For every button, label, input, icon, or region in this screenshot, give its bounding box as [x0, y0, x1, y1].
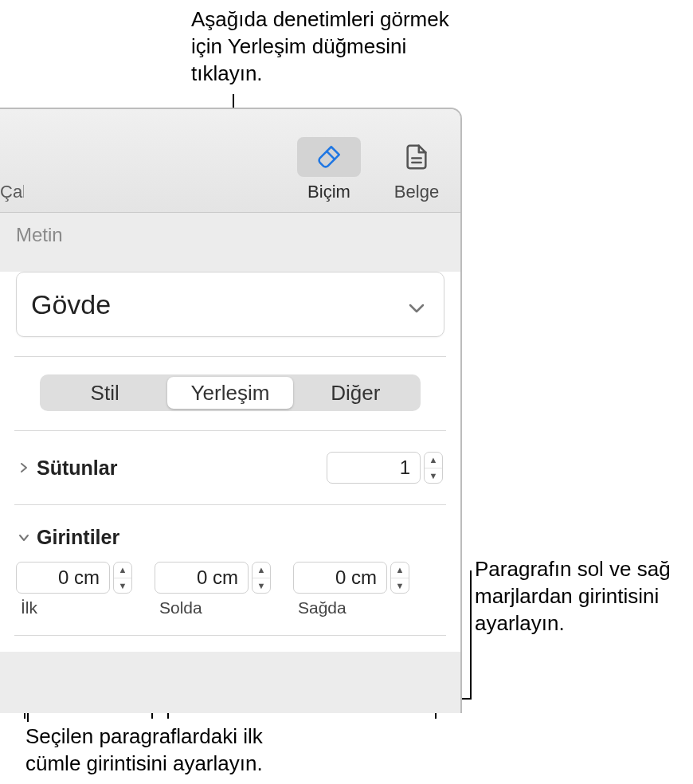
columns-label: Sütunlar [37, 457, 117, 480]
format-toolbar-button[interactable]: Biçim [285, 137, 373, 202]
divider [14, 635, 446, 636]
callout-bottom: Seçilen paragraflardaki ilk cümle girint… [25, 723, 320, 778]
columns-input[interactable] [327, 452, 421, 484]
section-title-text: Metin [0, 213, 460, 257]
callout-top: Aşağıda denetimleri görmek için Yerleşim… [191, 6, 454, 87]
paragraph-style-value: Gövde [31, 289, 111, 320]
indent-left-col: ▲ ▼ Solda [155, 562, 271, 617]
columns-row: Sütunlar ▲ ▼ [16, 447, 444, 488]
indent-fields: ▲ ▼ İlk ▲ ▼ Solda [16, 562, 444, 617]
format-toolbar-label: Biçim [307, 182, 350, 202]
chevron-right-icon[interactable] [18, 461, 30, 474]
stepper-up-icon[interactable]: ▲ [391, 563, 409, 578]
stepper-up-icon[interactable]: ▲ [114, 563, 131, 578]
divider [14, 430, 446, 431]
divider [14, 504, 446, 505]
stepper-down-icon[interactable]: ▼ [391, 578, 409, 594]
stepper-up-icon[interactable]: ▲ [253, 563, 270, 578]
columns-stepper-arrows[interactable]: ▲ ▼ [424, 452, 443, 484]
indent-first-stepper[interactable]: ▲ ▼ [113, 562, 132, 594]
indent-left-stepper[interactable]: ▲ ▼ [252, 562, 271, 594]
inspector-body: Gövde Stil Yerleşim Diğer Sütunlar [0, 272, 460, 652]
stepper-down-icon[interactable]: ▼ [253, 578, 270, 594]
stepper-down-icon[interactable]: ▼ [425, 468, 442, 484]
indent-first-col: ▲ ▼ İlk [16, 562, 132, 617]
indent-right-label: Sağda [293, 598, 409, 617]
stepper-down-icon[interactable]: ▼ [114, 578, 131, 594]
indents-row: Girintiler ▲ ▼ İlk [16, 521, 444, 617]
document-toolbar-label: Belge [394, 182, 439, 202]
divider [14, 356, 446, 357]
paragraph-style-select[interactable]: Gövde [16, 272, 444, 337]
columns-stepper: ▲ ▼ [327, 452, 443, 484]
indent-right-col: ▲ ▼ Sağda [293, 562, 409, 617]
document-page-icon [385, 137, 448, 177]
document-toolbar-button[interactable]: Belge [373, 137, 460, 202]
chevron-down-icon[interactable] [18, 531, 30, 544]
inspector-panel: Çalış Biçim Belge Metin [0, 108, 462, 713]
callout-right-vert [470, 570, 472, 700]
indent-right-stepper[interactable]: ▲ ▼ [390, 562, 409, 594]
chevron-down-icon [409, 289, 425, 320]
tab-style[interactable]: Stil [42, 377, 167, 409]
indent-left-input[interactable] [155, 562, 249, 594]
text-tabs: Stil Yerleşim Diğer [40, 374, 421, 411]
indent-left-label: Solda [155, 598, 271, 617]
tab-layout[interactable]: Yerleşim [167, 377, 292, 409]
stepper-up-icon[interactable]: ▲ [425, 453, 442, 468]
indents-label: Girintiler [37, 526, 119, 549]
indent-right-input[interactable] [293, 562, 387, 594]
indent-first-input[interactable] [16, 562, 110, 594]
callout-right: Paragrafın sol ve sağ marjlardan girinti… [475, 556, 690, 637]
indent-first-label: İlk [16, 598, 132, 617]
toolbar: Çalış Biçim Belge [0, 109, 460, 213]
format-brush-icon [297, 137, 361, 177]
tab-more[interactable]: Diğer [293, 377, 418, 409]
toolbar-left-truncated: Çalış [0, 182, 24, 202]
